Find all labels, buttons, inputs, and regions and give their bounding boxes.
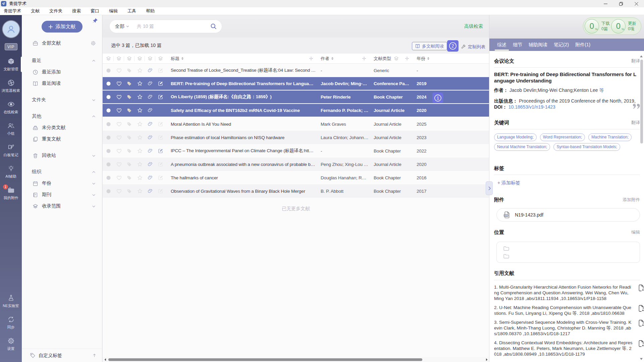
rail-item-文献管理[interactable]: 文献管理 [0,54,22,75]
collapse-panel-handle[interactable] [486,181,493,195]
vip-badge[interactable]: VIP [5,43,17,50]
row-attachment[interactable] [145,108,155,113]
chevron-up-icon[interactable] [92,114,96,119]
row-attachment[interactable] [145,135,155,140]
authors-more-link[interactable]: 等 [599,87,604,93]
add-attachment-link[interactable]: 添加附件 [623,197,640,203]
hscroll-thumb[interactable] [108,358,422,361]
row-attachment[interactable] [145,148,155,154]
menu-item-3[interactable]: 搜索 [71,7,82,15]
row-tag[interactable] [124,148,135,154]
row-favorite[interactable] [114,68,124,73]
row-select[interactable] [103,108,114,113]
tab-综述[interactable]: 综述 [497,39,506,51]
table-row[interactable]: Second Treatise of Locke_Second_Treatise… [103,64,489,77]
gear-icon[interactable] [91,41,96,46]
row-star[interactable] [135,121,145,127]
row-edit[interactable] [155,94,166,100]
table-row[interactable]: Phase estimation of local Hamiltonians o… [103,131,489,144]
rail-item-同步[interactable]: 同步 [0,312,22,333]
avatar[interactable] [3,21,19,38]
add-tag-button[interactable]: + 添加标签 [497,180,629,186]
keyword-chip[interactable]: Language Modeling; [494,133,537,141]
row-attachment[interactable] [145,81,155,86]
scroll-down-icon[interactable] [640,358,643,360]
header-icon-col-1[interactable] [114,56,124,61]
scroll-right-icon[interactable] [484,357,489,362]
row-tag[interactable] [124,95,135,100]
vertical-scrollbar[interactable] [639,51,644,362]
location-box[interactable] [496,242,640,263]
sidebar-item-期刊[interactable]: 期刊 [22,189,102,200]
sort-icon[interactable] [331,57,333,60]
row-edit[interactable] [155,81,166,86]
menu-item-5[interactable]: 编辑 [108,7,119,15]
rail-item-浏览器检索[interactable]: 浏览器检索 [0,75,22,97]
scroll-up-icon[interactable] [640,55,643,58]
rail-item-在线检索[interactable]: 在线检索 [0,97,22,118]
resize-column-icon[interactable] [405,56,409,61]
table-row[interactable]: BERT: Pre-training of Deep Bidirectional… [103,77,489,90]
menu-item-1[interactable]: 文献 [30,7,41,15]
search-input[interactable]: 全部 共 10 篇 [110,20,222,33]
row-favorite[interactable] [114,81,124,86]
tab-笔记(2)[interactable]: 笔记(2) [554,39,569,51]
row-tag[interactable] [124,135,135,140]
rail-item-设置[interactable]: 设置 [0,333,22,355]
row-star[interactable] [135,81,145,86]
row-favorite[interactable] [114,175,124,180]
row-star[interactable] [135,94,145,100]
chevron-down-icon[interactable] [92,181,96,186]
sidebar-section-其他[interactable]: 其他 [22,111,102,122]
sidebar-item-未分类文献[interactable]: 未分类文献 [22,122,102,133]
row-edit[interactable] [155,188,166,194]
attachment-item[interactable]: PDF N19-1423.pdf [496,208,640,222]
table-row[interactable]: On Liberty (1859) (标题译名:《自由之路：1859》)Pete… [103,90,489,104]
row-attachment[interactable] [145,188,155,194]
folder-row[interactable] [503,252,640,260]
row-select[interactable] [103,95,114,99]
resize-column-icon[interactable] [309,56,313,61]
header-icon-col-3[interactable] [135,56,145,61]
collapse-up-icon[interactable] [92,353,97,358]
column-header-标题[interactable]: 标题 [166,56,316,62]
sort-icon[interactable] [181,57,183,60]
keyword-chip[interactable]: Word Representation; [540,133,585,141]
row-select[interactable] [103,189,114,193]
sidebar-section-最近[interactable]: 最近 [22,55,102,66]
header-icon-col-5[interactable] [155,56,166,61]
row-select[interactable] [103,135,114,140]
search-icon[interactable] [210,23,217,30]
column-header-年份[interactable]: 年份 [412,56,440,62]
menu-item-7[interactable]: 帮助 [145,7,156,15]
row-edit[interactable] [155,148,166,154]
sidebar-item-回收站[interactable]: 回收站 [22,150,102,161]
row-edit[interactable] [155,162,166,167]
rail-item-小组[interactable]: 小组 [0,118,22,139]
pin-icon[interactable] [92,18,98,23]
row-tag[interactable] [124,122,135,127]
column-header-作者[interactable]: 作者 [316,56,369,62]
row-star[interactable] [135,135,145,140]
restore-button[interactable] [613,0,629,7]
search-scope-dropdown[interactable]: 全部 [115,23,129,29]
tab-附件(1)[interactable]: 附件(1) [575,39,590,51]
table-row[interactable]: The hallmarks of cancerDouglas Hanahan; … [103,171,489,184]
chevron-up-icon[interactable] [92,170,96,174]
row-tag[interactable] [124,162,135,167]
rail-item-NE实验室[interactable]: NE实验室 [0,290,22,312]
resize-column-icon[interactable] [362,56,366,61]
row-tag[interactable] [124,81,135,86]
row-tag[interactable] [124,68,135,73]
sidebar-item-年份[interactable]: 年份 [22,178,102,189]
row-edit[interactable] [155,175,166,180]
sidebar-item-最近阅读[interactable]: 最近阅读 [22,78,102,89]
menu-item-0[interactable]: 青提学术 [2,7,22,15]
sync-stats-pill[interactable]: 0%下载0篇0%更新0项 [583,17,641,35]
row-favorite[interactable] [114,135,124,140]
row-select[interactable] [103,176,114,180]
advanced-search-link[interactable]: 高级检索 [464,23,483,29]
row-attachment[interactable] [145,68,155,73]
edit-location-link[interactable]: 编辑 [631,229,640,235]
row-select[interactable] [103,81,114,86]
